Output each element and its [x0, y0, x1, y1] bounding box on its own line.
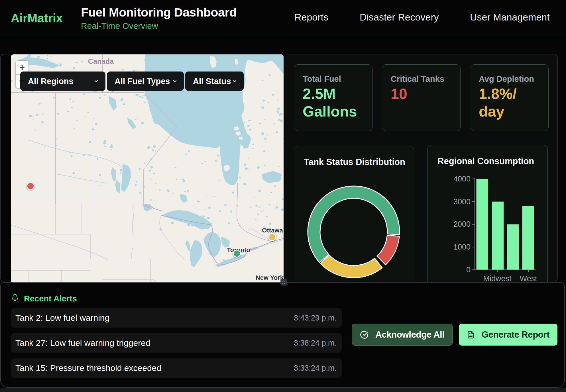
svg-text:Midwest: Midwest: [483, 274, 512, 282]
svg-text:West: West: [520, 274, 537, 282]
svg-text:3000: 3000: [453, 197, 471, 206]
svg-text:0: 0: [466, 266, 471, 274]
svg-text:4000: 4000: [453, 175, 471, 183]
svg-text:1000: 1000: [453, 243, 471, 251]
svg-text:2000: 2000: [453, 220, 471, 228]
